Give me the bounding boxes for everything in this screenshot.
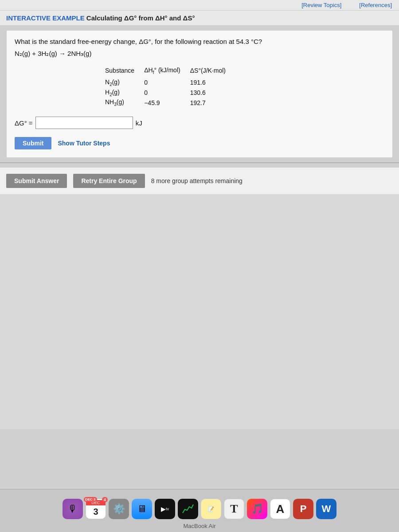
- problem-question: What is the standard free-energy change,…: [15, 38, 384, 45]
- word-icon[interactable]: W: [316, 499, 336, 519]
- appletv-icon[interactable]: ▶tv: [155, 499, 175, 519]
- reaction-equation: N₂(g) + 3H₂(g) → 2NH₃(g): [15, 50, 384, 58]
- dock-item-powerpoint[interactable]: P: [293, 499, 313, 519]
- dock-item-system-prefs[interactable]: ⚙️: [109, 499, 129, 519]
- powerpoint-icon[interactable]: P: [293, 499, 313, 519]
- title-bar: INTERACTIVE EXAMPLE Calculating ΔG° from…: [0, 11, 399, 26]
- answer-row: ΔG° = kJ: [15, 117, 384, 129]
- attempts-remaining-text: 8 more group attempts remaining: [151, 177, 243, 184]
- retry-entire-group-button[interactable]: Retry Entire Group: [73, 174, 145, 188]
- macos-dock-area: 🎙 DEC 3 4 DEC 3 ⚙️ 🖥 ▶tv: [0, 489, 399, 532]
- show-tutor-steps-button[interactable]: Show Tutor Steps: [58, 140, 110, 147]
- top-bar: [Review Topics] [References]: [0, 0, 399, 11]
- calendar-num-badge: 4: [102, 497, 108, 502]
- dh-nh3: −45.9: [142, 98, 188, 108]
- ds-n2: 191.6: [188, 78, 234, 88]
- dh-n2: 0: [142, 78, 188, 88]
- references-link[interactable]: [References]: [359, 2, 392, 8]
- font-A-icon[interactable]: A: [270, 499, 290, 519]
- table-row: H2(g) 0 130.6: [103, 88, 234, 98]
- page-title-text: Calculating ΔG° from ΔH° and ΔS°: [86, 14, 195, 22]
- dh-h2: 0: [142, 88, 188, 98]
- dock-item-word[interactable]: W: [316, 499, 336, 519]
- finder-icon[interactable]: 🖥: [132, 499, 152, 519]
- content-spacer: [0, 194, 399, 429]
- table-header-dh: ΔHf° (kJ/mol): [142, 66, 188, 78]
- table-header-ds: ΔS°(J/K·mol): [188, 66, 234, 78]
- dock: 🎙 DEC 3 4 DEC 3 ⚙️ 🖥 ▶tv: [0, 489, 399, 521]
- macbook-label: MacBook Air: [0, 521, 399, 532]
- dock-item-appletv[interactable]: ▶tv: [155, 499, 175, 519]
- submit-button[interactable]: Submit: [15, 137, 51, 149]
- calendar-date-badge: DEC 3: [84, 497, 97, 502]
- thermodynamic-data-table: Substance ΔHf° (kJ/mol) ΔS°(J/K·mol) N2(…: [103, 66, 234, 108]
- dock-item-font-book[interactable]: T: [224, 499, 244, 519]
- font-book-icon[interactable]: T: [224, 499, 244, 519]
- dock-item-notes[interactable]: 📝: [201, 499, 221, 519]
- action-bar: Submit Answer Retry Entire Group 8 more …: [0, 168, 399, 194]
- dock-item-finder[interactable]: 🖥: [132, 499, 152, 519]
- dock-item-font-A[interactable]: A: [270, 499, 290, 519]
- ds-h2: 130.6: [188, 88, 234, 98]
- substance-h2: H2(g): [103, 88, 142, 98]
- dock-item-stocks[interactable]: [178, 499, 198, 519]
- table-row: N2(g) 0 191.6: [103, 78, 234, 88]
- answer-input[interactable]: [35, 117, 133, 129]
- problem-buttons: Submit Show Tutor Steps: [15, 137, 384, 149]
- unit-label: kJ: [136, 119, 142, 127]
- substance-n2: N2(g): [103, 78, 142, 88]
- music-icon[interactable]: 🎵: [247, 499, 267, 519]
- dock-item-calendar[interactable]: DEC 3 4 DEC 3: [86, 499, 106, 519]
- dock-item-podcasts[interactable]: 🎙: [63, 499, 83, 519]
- problem-area: What is the standard free-energy change,…: [6, 30, 393, 158]
- system-prefs-icon[interactable]: ⚙️: [109, 499, 129, 519]
- table-row: NH3(g) −45.9 192.7: [103, 98, 234, 108]
- stocks-icon[interactable]: [178, 499, 198, 519]
- dock-item-music[interactable]: 🎵: [247, 499, 267, 519]
- ds-nh3: 192.7: [188, 98, 234, 108]
- interactive-example-label: INTERACTIVE EXAMPLE: [6, 14, 85, 22]
- divider: [0, 162, 399, 163]
- review-topics-link[interactable]: [Review Topics]: [301, 2, 341, 8]
- submit-answer-button[interactable]: Submit Answer: [6, 174, 67, 188]
- table-header-substance: Substance: [103, 66, 142, 78]
- substance-nh3: NH3(g): [103, 98, 142, 108]
- notes-icon[interactable]: 📝: [201, 499, 221, 519]
- podcasts-icon[interactable]: 🎙: [63, 499, 83, 519]
- answer-label: ΔG° =: [15, 119, 33, 127]
